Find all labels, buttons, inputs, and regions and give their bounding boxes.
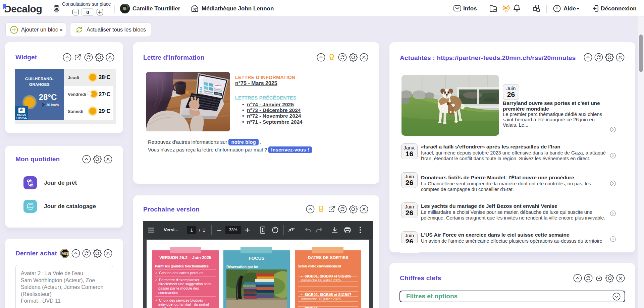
svg-text:MG: MG xyxy=(61,251,68,256)
svg-text:Decalog: Decalog xyxy=(4,3,42,14)
